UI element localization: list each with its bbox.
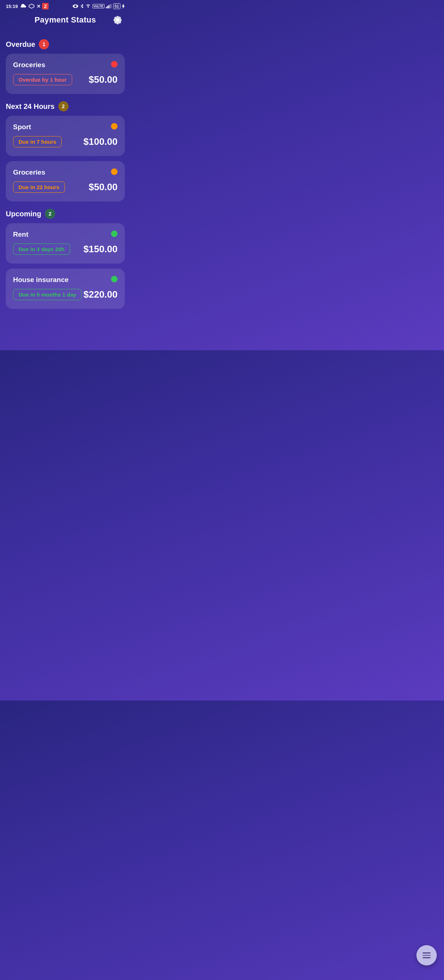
amount: $150.00 bbox=[83, 243, 117, 255]
amount: $220.00 bbox=[83, 289, 117, 300]
vpn-icon bbox=[29, 4, 35, 9]
amount: $50.00 bbox=[89, 181, 117, 193]
cloud-icon bbox=[21, 4, 27, 8]
card-rent[interactable]: Rent Due in 3 days 20h $150.00 bbox=[6, 223, 125, 264]
eye-icon bbox=[72, 4, 79, 8]
next24-title: Next 24 Hours bbox=[6, 102, 55, 111]
card-groceries-overdue[interactable]: Groceries Overdue by 1 hour $50.00 bbox=[6, 54, 125, 94]
card-top: Rent bbox=[13, 231, 117, 239]
main-content: Overdue 1 Groceries Overdue by 1 hour $5… bbox=[0, 39, 131, 350]
svg-rect-3 bbox=[108, 5, 109, 8]
z-app-icon: Z bbox=[42, 3, 49, 10]
svg-rect-5 bbox=[111, 4, 112, 8]
upcoming-title: Upcoming bbox=[6, 210, 41, 218]
card-house-insurance[interactable]: House insurance Due in 5 months 1 day $2… bbox=[6, 269, 125, 309]
card-bottom: Due in 5 months 1 day $220.00 bbox=[13, 289, 117, 300]
due-label: Overdue by 1 hour bbox=[13, 74, 72, 85]
due-label: Due in 22 hours bbox=[13, 181, 65, 193]
card-name: Rent bbox=[13, 231, 28, 239]
page-title: Payment Status bbox=[35, 15, 96, 25]
overdue-title: Overdue bbox=[6, 40, 35, 49]
page-header: Payment Status bbox=[0, 11, 131, 32]
card-name: Groceries bbox=[13, 61, 45, 69]
battery-level: 51 bbox=[113, 3, 121, 9]
upcoming-badge: 2 bbox=[45, 209, 55, 219]
next24-badge: 2 bbox=[59, 101, 68, 111]
card-top: House insurance bbox=[13, 276, 117, 284]
amount: $50.00 bbox=[89, 74, 117, 85]
status-bar: 15:19 ✕ Z VoLTE bbox=[0, 0, 131, 11]
x-social-icon: ✕ bbox=[36, 4, 41, 9]
status-dot-red bbox=[111, 61, 117, 67]
due-label: Due in 7 hours bbox=[13, 136, 62, 147]
svg-rect-2 bbox=[107, 6, 108, 8]
bluetooth-icon bbox=[80, 4, 84, 9]
upcoming-section-header: Upcoming 2 bbox=[6, 209, 125, 219]
card-bottom: Due in 22 hours $50.00 bbox=[13, 181, 117, 193]
status-dot-orange bbox=[111, 169, 117, 175]
card-top: Groceries bbox=[13, 61, 117, 69]
card-top: Groceries bbox=[13, 169, 117, 177]
card-name: House insurance bbox=[13, 276, 68, 284]
time-display: 15:19 bbox=[6, 4, 18, 9]
next24-section-header: Next 24 Hours 2 bbox=[6, 101, 125, 111]
due-label: Due in 5 months 1 day bbox=[13, 289, 82, 300]
status-right: VoLTE 51 bbox=[72, 3, 125, 9]
card-sport[interactable]: Sport Due in 7 hours $100.00 bbox=[6, 116, 125, 156]
svg-rect-1 bbox=[106, 7, 107, 8]
due-label: Due in 3 days 20h bbox=[13, 243, 70, 255]
signal-icon bbox=[106, 4, 112, 8]
card-name: Groceries bbox=[13, 169, 45, 177]
charging-icon bbox=[122, 4, 125, 9]
overdue-badge: 1 bbox=[39, 39, 49, 49]
svg-marker-0 bbox=[29, 4, 34, 8]
card-bottom: Due in 3 days 20h $150.00 bbox=[13, 243, 117, 255]
wifi-icon bbox=[85, 4, 91, 8]
status-dot-green bbox=[111, 276, 117, 282]
card-name: Sport bbox=[13, 123, 31, 131]
card-groceries-24h[interactable]: Groceries Due in 22 hours $50.00 bbox=[6, 161, 125, 202]
amount: $100.00 bbox=[83, 136, 117, 147]
card-bottom: Due in 7 hours $100.00 bbox=[13, 136, 117, 147]
status-dot-orange bbox=[111, 123, 117, 130]
card-top: Sport bbox=[13, 123, 117, 131]
status-left: 15:19 ✕ Z bbox=[6, 3, 49, 10]
overdue-section-header: Overdue 1 bbox=[6, 39, 125, 49]
settings-button[interactable] bbox=[112, 14, 123, 26]
card-bottom: Overdue by 1 hour $50.00 bbox=[13, 74, 117, 85]
status-dot-green bbox=[111, 231, 117, 237]
svg-rect-4 bbox=[109, 4, 111, 8]
volte-badge: VoLTE bbox=[92, 4, 105, 8]
